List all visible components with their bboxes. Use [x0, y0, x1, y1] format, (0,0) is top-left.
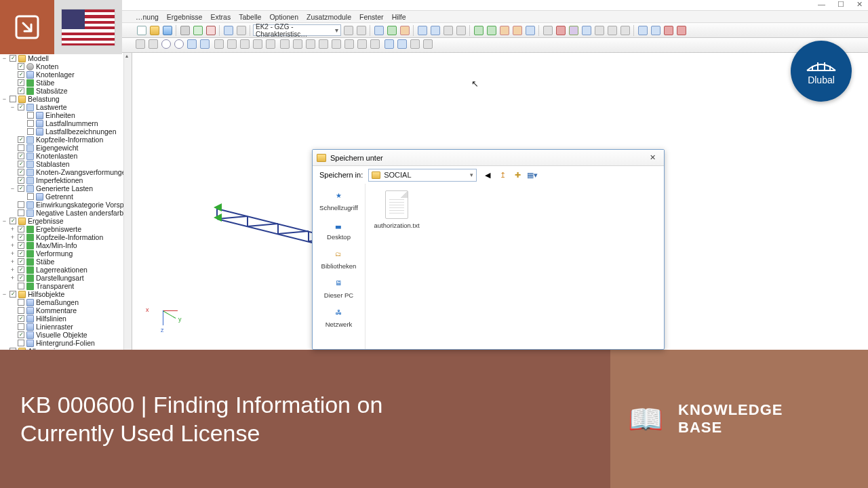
tb-btn[interactable] [524, 24, 536, 36]
tb-btn[interactable] [580, 24, 592, 36]
tb-btn[interactable] [555, 24, 566, 36]
menu-item[interactable]: Ergebnisse [167, 13, 203, 21]
checkbox[interactable] [9, 218, 16, 224]
tb-btn[interactable] [663, 24, 674, 36]
place-this-pc[interactable]: 🖥Dieser PC [324, 275, 353, 299]
tb-btn[interactable] [675, 24, 687, 36]
checkbox[interactable] [9, 291, 16, 298]
checkbox[interactable] [18, 315, 24, 322]
tb-btn[interactable] [423, 39, 435, 51]
dialog-titlebar[interactable]: Speichern unter ✕ [313, 150, 664, 166]
checkbox[interactable] [18, 87, 24, 94]
tree-item[interactable]: Getrennt [0, 192, 132, 201]
tree-item[interactable]: +Stäbe [0, 258, 132, 266]
tree-item[interactable]: Knoten [0, 62, 132, 70]
tb-btn[interactable] [344, 39, 356, 51]
expand-icon[interactable]: − [1, 96, 7, 102]
checkbox[interactable] [9, 55, 16, 62]
file-list[interactable]: authorization.txt [366, 184, 664, 349]
checkbox[interactable] [18, 258, 24, 265]
tree-item[interactable]: Transparent [0, 282, 132, 290]
window-maximize[interactable]: ☐ [837, 0, 844, 10]
tree-item[interactable]: Kopfzeile-Information [0, 136, 132, 144]
tb-btn[interactable] [187, 39, 199, 51]
place-desktop[interactable]: ▃Desktop [327, 217, 351, 241]
tb-btn[interactable] [306, 39, 317, 51]
tree-item[interactable]: Knotenlasten [0, 152, 132, 160]
tree-item[interactable]: −Lastwerte [0, 103, 132, 111]
tb-btn[interactable] [319, 39, 330, 51]
menu-item[interactable]: Extras [210, 13, 231, 21]
checkbox[interactable] [18, 63, 24, 70]
checkbox[interactable] [18, 71, 24, 78]
back-icon[interactable]: ◀ [482, 169, 493, 180]
checkbox[interactable] [18, 177, 24, 184]
checkbox[interactable] [18, 79, 24, 86]
tree-item[interactable]: −Modell [0, 54, 132, 62]
window-close[interactable]: ✕ [856, 0, 863, 10]
tb-btn[interactable] [399, 24, 410, 36]
tb-btn[interactable] [568, 24, 579, 36]
checkbox[interactable] [27, 193, 34, 200]
tb-print[interactable] [179, 24, 191, 36]
expand-icon[interactable]: − [1, 291, 7, 298]
tree-item[interactable]: Hintergrund-Folien [0, 339, 132, 347]
tree-item[interactable]: Bemaßungen [0, 298, 132, 306]
tree-item[interactable]: +Max/Min-Info [0, 241, 132, 249]
checkbox[interactable] [18, 234, 24, 241]
checkbox[interactable] [27, 112, 34, 119]
tree-item[interactable]: +Lagerreaktionen [0, 266, 132, 274]
checkbox[interactable] [18, 201, 24, 208]
tb-btn[interactable] [511, 24, 523, 36]
tb-btn[interactable] [136, 39, 147, 51]
tree-item[interactable]: Visuelle Objekte [0, 331, 132, 339]
tb-btn[interactable] [473, 24, 484, 36]
checkbox[interactable] [27, 128, 34, 135]
expand-icon[interactable]: + [9, 274, 16, 281]
tree-item[interactable]: Stäbe [0, 79, 132, 87]
tb-btn[interactable] [149, 39, 160, 51]
tb-btn[interactable] [386, 24, 397, 36]
tb-btn[interactable] [174, 39, 186, 51]
new-folder-icon[interactable]: ✚ [512, 169, 523, 180]
expand-icon[interactable]: + [9, 226, 16, 232]
tree-item[interactable]: Einheiten [0, 111, 132, 119]
tree-item[interactable]: Imperfektionen [0, 176, 132, 184]
tb-btn[interactable] [486, 24, 497, 36]
tb-btn[interactable] [266, 39, 277, 51]
tree-item[interactable]: −Belastung [0, 95, 132, 103]
expand-icon[interactable]: − [9, 104, 16, 110]
tb-btn[interactable] [637, 24, 648, 36]
tb-btn[interactable] [357, 39, 369, 51]
loadcase-combo[interactable]: EK2 - GZG - Charakteristisc… [253, 24, 341, 36]
checkbox[interactable] [9, 96, 16, 102]
checkbox[interactable] [18, 323, 24, 330]
checkbox[interactable] [18, 169, 24, 176]
tb-btn[interactable] [619, 24, 631, 36]
tb-btn[interactable] [280, 39, 292, 51]
checkbox[interactable] [18, 283, 24, 289]
tb-btn[interactable] [397, 39, 409, 51]
tb-undo[interactable] [192, 24, 203, 36]
scrollbar[interactable] [123, 53, 132, 350]
tb-btn[interactable] [200, 39, 212, 51]
menu-item[interactable]: …nung [136, 13, 159, 21]
expand-icon[interactable]: + [9, 250, 16, 257]
tb-btn[interactable] [593, 24, 605, 36]
tb-btn[interactable] [370, 39, 382, 51]
tree-item[interactable]: Linienraster [0, 323, 132, 331]
menu-item[interactable]: Hilfe [392, 13, 406, 21]
tb-btn[interactable] [253, 39, 264, 51]
tb-btn[interactable] [429, 24, 441, 36]
checkbox[interactable] [18, 144, 24, 151]
checkbox[interactable] [27, 120, 34, 127]
tb-btn[interactable] [442, 24, 454, 36]
expand-icon[interactable]: + [9, 258, 16, 265]
tb-btn[interactable] [227, 39, 239, 51]
tb-btn[interactable] [410, 39, 422, 51]
tb-save[interactable] [161, 24, 173, 36]
tb-btn[interactable] [332, 39, 343, 51]
tree-item[interactable]: −Generierte Lasten [0, 184, 132, 192]
tree-item[interactable]: +Verformung [0, 249, 132, 258]
tree-item[interactable]: Kommentare [0, 306, 132, 314]
